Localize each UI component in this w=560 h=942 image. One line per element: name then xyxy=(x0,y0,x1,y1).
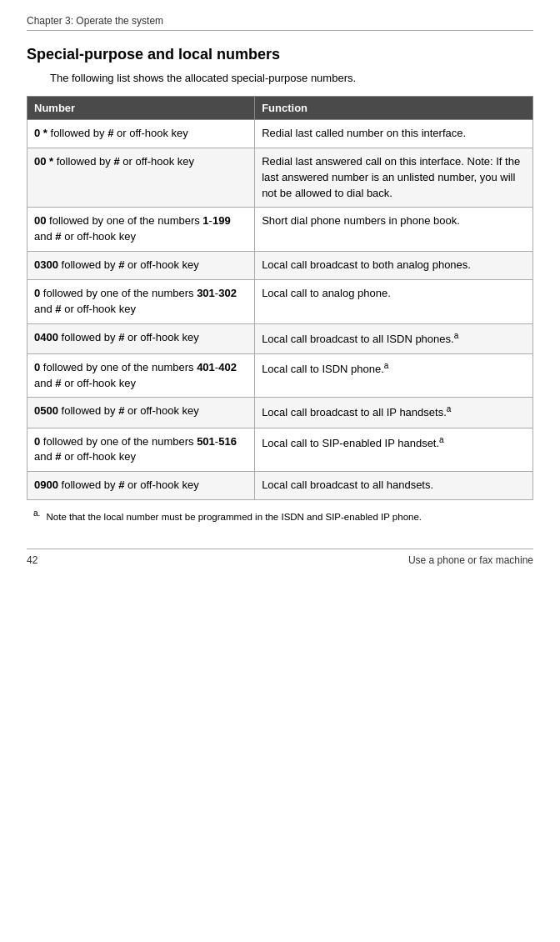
table-row: 0400 followed by # or off-hook keyLocal … xyxy=(28,323,533,353)
table-row: 00 followed by one of the numbers 1-199 … xyxy=(28,208,533,252)
table-row: 0900 followed by # or off-hook keyLocal … xyxy=(28,472,533,500)
table-cell-function: Redial last answered call on this interf… xyxy=(255,148,533,208)
table-cell-number: 00 * followed by # or off-hook key xyxy=(28,148,255,208)
table-cell-number: 0900 followed by # or off-hook key xyxy=(28,472,255,500)
table-cell-number: 0 * followed by # or off-hook key xyxy=(28,120,255,148)
footnote-text: Note that the local number must be progr… xyxy=(47,512,422,522)
table-cell-number: 0300 followed by # or off-hook key xyxy=(28,252,255,280)
table-cell-function: Local call broadcast to all handsets. xyxy=(255,472,533,500)
table-cell-number: 0 followed by one of the numbers 401-402… xyxy=(28,353,255,398)
col-header-function: Function xyxy=(255,97,533,120)
table-row: 00 * followed by # or off-hook keyRedial… xyxy=(28,148,533,208)
section-title: Special-purpose and local numbers xyxy=(27,46,533,63)
col-header-number: Number xyxy=(28,97,255,120)
table-row: 0300 followed by # or off-hook keyLocal … xyxy=(28,252,533,280)
footnote: a. Note that the local number must be pr… xyxy=(33,509,533,522)
table-cell-function: Local call to SIP-enabled IP handset.a xyxy=(255,428,533,472)
table-row: 0 followed by one of the numbers 501-516… xyxy=(28,428,533,472)
table-cell-function: Local call broadcast to all ISDN phones.… xyxy=(255,323,533,353)
chapter-title: Chapter 3: Operate the system xyxy=(27,15,163,27)
table-cell-function: Local call broadcast to all IP handsets.… xyxy=(255,398,533,428)
table-row: 0 followed by one of the numbers 401-402… xyxy=(28,353,533,398)
table-cell-function: Local call to ISDN phone.a xyxy=(255,353,533,398)
footer-right-text: Use a phone or fax machine xyxy=(408,554,533,566)
table-cell-function: Redial last called number on this interf… xyxy=(255,120,533,148)
numbers-table: Number Function 0 * followed by # or off… xyxy=(27,96,533,500)
table-cell-function: Local call to analog phone. xyxy=(255,279,533,323)
page-footer: 42 Use a phone or fax machine xyxy=(27,549,533,566)
table-row: 0500 followed by # or off-hook keyLocal … xyxy=(28,398,533,428)
table-cell-function: Local call broadcast to both analog phon… xyxy=(255,252,533,280)
footer-page-number: 42 xyxy=(27,554,38,566)
chapter-header: Chapter 3: Operate the system xyxy=(27,15,533,31)
intro-text: The following list shows the allocated s… xyxy=(50,72,533,84)
table-cell-function: Short dial phone numbers in phone book. xyxy=(255,208,533,252)
table-cell-number: 0 followed by one of the numbers 301-302… xyxy=(28,279,255,323)
table-cell-number: 0 followed by one of the numbers 501-516… xyxy=(28,428,255,472)
table-row: 0 * followed by # or off-hook keyRedial … xyxy=(28,120,533,148)
table-cell-number: 0400 followed by # or off-hook key xyxy=(28,323,255,353)
page-wrapper: Chapter 3: Operate the system Special-pu… xyxy=(0,0,560,586)
footnote-label: a. xyxy=(33,509,40,518)
table-row: 0 followed by one of the numbers 301-302… xyxy=(28,279,533,323)
table-cell-number: 00 followed by one of the numbers 1-199 … xyxy=(28,208,255,252)
table-cell-number: 0500 followed by # or off-hook key xyxy=(28,398,255,428)
